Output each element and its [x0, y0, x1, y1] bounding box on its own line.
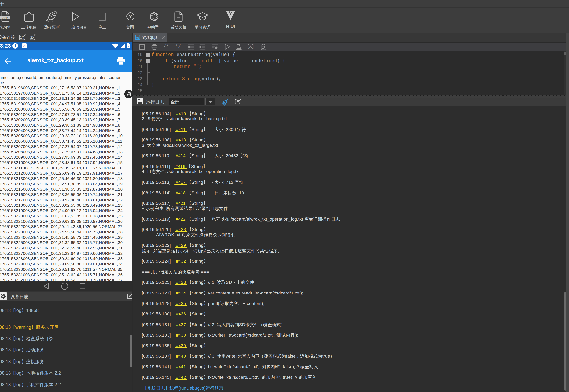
svg-text:2X: 2X	[30, 36, 35, 39]
svg-text:1X: 1X	[20, 36, 24, 39]
svg-text:?: ?	[129, 14, 132, 19]
svg-text:JS: JS	[136, 37, 139, 40]
svg-text:APK: APK	[2, 16, 8, 19]
svg-text:A: A	[23, 44, 26, 48]
